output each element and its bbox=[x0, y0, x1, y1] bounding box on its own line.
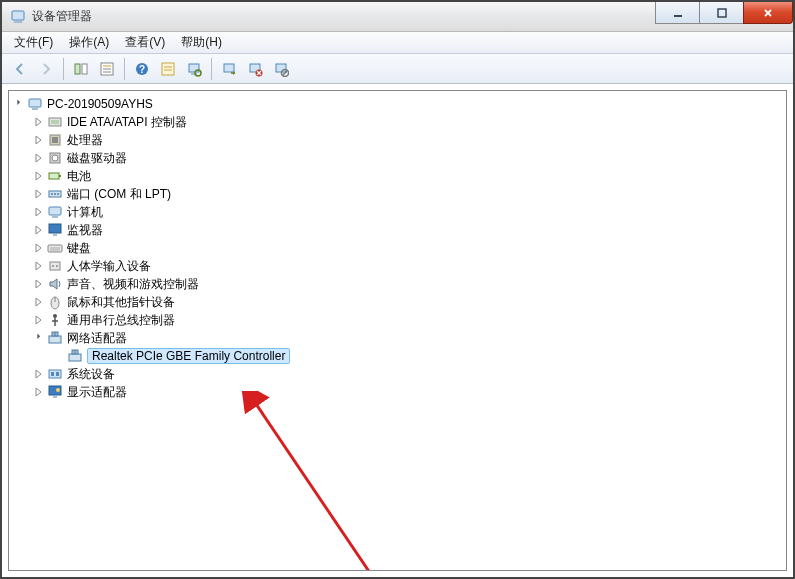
computer-icon bbox=[27, 96, 43, 112]
monitor-icon bbox=[47, 222, 63, 238]
svg-rect-32 bbox=[49, 173, 59, 179]
tree-item[interactable]: IDE ATA/ATAPI 控制器 bbox=[29, 113, 786, 131]
menu-action[interactable]: 操作(A) bbox=[61, 32, 117, 53]
expander-closed-icon[interactable] bbox=[33, 386, 45, 398]
minimize-button[interactable] bbox=[655, 2, 700, 24]
show-hide-console-button[interactable] bbox=[69, 57, 93, 81]
tree-item-label: 计算机 bbox=[67, 204, 103, 221]
separator bbox=[63, 58, 64, 80]
expander-closed-icon[interactable] bbox=[33, 206, 45, 218]
svg-point-35 bbox=[51, 193, 53, 195]
tree-item-label: 通用串行总线控制器 bbox=[67, 312, 175, 329]
tree-item-label: 网络适配器 bbox=[67, 330, 127, 347]
menubar: 文件(F) 操作(A) 查看(V) 帮助(H) bbox=[2, 32, 793, 54]
tree-item[interactable]: 计算机 bbox=[29, 203, 786, 221]
tree-item[interactable]: 端口 (COM 和 LPT) bbox=[29, 185, 786, 203]
tree-item[interactable]: 系统设备 bbox=[29, 365, 786, 383]
back-button[interactable] bbox=[8, 57, 32, 81]
expander-closed-icon[interactable] bbox=[33, 116, 45, 128]
tree-item-label: 显示适配器 bbox=[67, 384, 127, 401]
expander-closed-icon[interactable] bbox=[33, 134, 45, 146]
tree-item[interactable]: 显示适配器 bbox=[29, 383, 786, 401]
arrow-annotation bbox=[239, 391, 439, 571]
svg-text:?: ? bbox=[139, 64, 145, 75]
update-driver-button[interactable] bbox=[217, 57, 241, 81]
expander-closed-icon[interactable] bbox=[33, 224, 45, 236]
tree-item[interactable]: 通用串行总线控制器 bbox=[29, 311, 786, 329]
window-buttons bbox=[656, 2, 793, 24]
expander-closed-icon[interactable] bbox=[33, 152, 45, 164]
usb-icon bbox=[47, 312, 63, 328]
svg-rect-25 bbox=[32, 108, 38, 110]
expander-closed-icon[interactable] bbox=[33, 260, 45, 272]
svg-rect-4 bbox=[75, 64, 80, 74]
expander-none bbox=[53, 350, 65, 362]
cpu-icon bbox=[47, 132, 63, 148]
tree-item[interactable]: 处理器 bbox=[29, 131, 786, 149]
svg-rect-5 bbox=[82, 64, 87, 74]
tree-root[interactable]: PC-20190509AYHS bbox=[9, 95, 786, 113]
expander-open-icon[interactable] bbox=[13, 98, 25, 110]
tree-item[interactable]: 声音、视频和游戏控制器 bbox=[29, 275, 786, 293]
action-tool-button[interactable] bbox=[156, 57, 180, 81]
titlebar: 设备管理器 bbox=[2, 2, 793, 32]
svg-rect-39 bbox=[52, 216, 58, 218]
tree-item-label: 监视器 bbox=[67, 222, 103, 239]
computer-icon bbox=[47, 204, 63, 220]
tree-item[interactable]: 电池 bbox=[29, 167, 786, 185]
window: 设备管理器 文件(F) 操作(A) 查看(V) 帮助(H) bbox=[2, 2, 793, 577]
disk-icon bbox=[47, 150, 63, 166]
svg-rect-27 bbox=[51, 120, 59, 124]
svg-rect-45 bbox=[50, 262, 60, 270]
tree-panel[interactable]: PC-20190509AYHS IDE ATA/ATAPI 控制器处理器磁盘驱动… bbox=[8, 90, 787, 571]
tree-child-item[interactable]: Realtek PCIe GBE Family Controller bbox=[49, 347, 786, 365]
tree-item-label: 处理器 bbox=[67, 132, 103, 149]
svg-rect-56 bbox=[69, 354, 81, 361]
sound-icon bbox=[47, 276, 63, 292]
tree-item[interactable]: 鼠标和其他指针设备 bbox=[29, 293, 786, 311]
forward-button[interactable] bbox=[34, 57, 58, 81]
disable-button[interactable] bbox=[269, 57, 293, 81]
properties-button[interactable] bbox=[95, 57, 119, 81]
expander-closed-icon[interactable] bbox=[33, 296, 45, 308]
svg-rect-59 bbox=[49, 370, 61, 378]
expander-closed-icon[interactable] bbox=[33, 188, 45, 200]
svg-rect-40 bbox=[49, 224, 61, 233]
menu-help[interactable]: 帮助(H) bbox=[173, 32, 230, 53]
tree-item-label: 电池 bbox=[67, 168, 91, 185]
close-button[interactable] bbox=[743, 2, 793, 24]
scan-hardware-button[interactable] bbox=[182, 57, 206, 81]
svg-rect-38 bbox=[49, 207, 61, 215]
tree-child-label: Realtek PCIe GBE Family Controller bbox=[87, 348, 290, 364]
tree-item[interactable]: 键盘 bbox=[29, 239, 786, 257]
svg-rect-61 bbox=[56, 372, 59, 376]
expander-open-icon[interactable] bbox=[33, 332, 45, 344]
display-icon bbox=[47, 384, 63, 400]
svg-rect-63 bbox=[53, 396, 57, 398]
expander-closed-icon[interactable] bbox=[33, 368, 45, 380]
menu-file[interactable]: 文件(F) bbox=[6, 32, 61, 53]
ide-icon bbox=[47, 114, 63, 130]
maximize-button[interactable] bbox=[699, 2, 744, 24]
expander-closed-icon[interactable] bbox=[33, 278, 45, 290]
tree-item-label: 键盘 bbox=[67, 240, 91, 257]
tree-item[interactable]: 人体学输入设备 bbox=[29, 257, 786, 275]
svg-rect-21 bbox=[276, 64, 286, 72]
svg-rect-53 bbox=[49, 336, 61, 343]
expander-closed-icon[interactable] bbox=[33, 314, 45, 326]
uninstall-button[interactable] bbox=[243, 57, 267, 81]
tree-item[interactable]: 磁盘驱动器 bbox=[29, 149, 786, 167]
system-icon bbox=[47, 366, 63, 382]
expander-closed-icon[interactable] bbox=[33, 242, 45, 254]
svg-point-46 bbox=[52, 265, 54, 267]
tree-item[interactable]: 监视器 bbox=[29, 221, 786, 239]
menu-view[interactable]: 查看(V) bbox=[117, 32, 173, 53]
toolbar: ? bbox=[2, 54, 793, 84]
svg-rect-0 bbox=[12, 11, 24, 20]
tree-item-label: 端口 (COM 和 LPT) bbox=[67, 186, 171, 203]
expander-closed-icon[interactable] bbox=[33, 170, 45, 182]
device-tree: PC-20190509AYHS IDE ATA/ATAPI 控制器处理器磁盘驱动… bbox=[9, 95, 786, 401]
tree-item[interactable]: 网络适配器 bbox=[29, 329, 786, 347]
help-button[interactable]: ? bbox=[130, 57, 154, 81]
svg-rect-29 bbox=[52, 137, 58, 143]
